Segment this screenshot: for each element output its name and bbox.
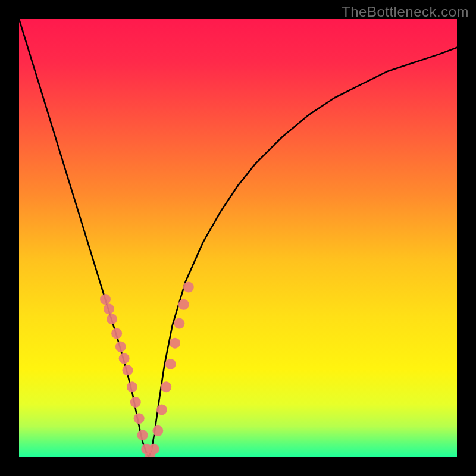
svg-point-5 [115, 342, 126, 352]
svg-point-10 [134, 413, 145, 424]
svg-point-4 [111, 328, 122, 339]
svg-point-15 [152, 425, 163, 436]
svg-point-18 [165, 359, 176, 369]
svg-point-8 [127, 381, 137, 392]
svg-point-19 [170, 338, 180, 349]
svg-point-3 [107, 314, 117, 324]
svg-point-1 [100, 294, 111, 305]
svg-point-9 [130, 397, 141, 408]
svg-point-17 [161, 381, 171, 392]
svg-point-11 [137, 430, 148, 440]
svg-point-22 [183, 281, 194, 292]
svg-point-21 [178, 299, 189, 310]
svg-point-14 [149, 444, 159, 455]
svg-point-16 [156, 405, 167, 415]
svg-point-6 [119, 353, 130, 364]
watermark-text: TheBottleneck.com [342, 4, 469, 20]
svg-point-20 [174, 318, 184, 329]
dot-overlay [19, 19, 457, 457]
plot-area [19, 19, 457, 457]
svg-point-7 [123, 365, 133, 375]
svg-point-2 [104, 303, 114, 314]
chart-frame: TheBottleneck.com [0, 0, 476, 476]
